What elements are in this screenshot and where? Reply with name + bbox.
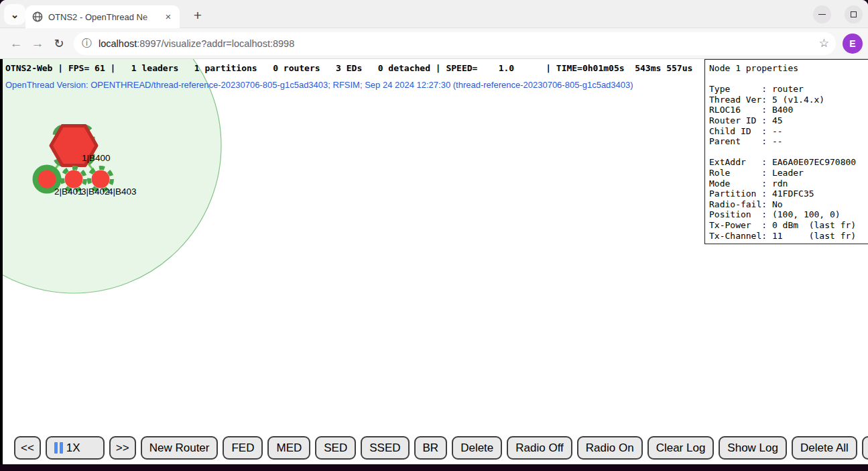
url-path: :8997/visualize?addr=localhost:8998 xyxy=(137,38,294,49)
node-2-body xyxy=(38,170,56,189)
globe-favicon-icon xyxy=(32,11,43,22)
delete-button[interactable]: Delete xyxy=(452,436,502,460)
address-bar[interactable]: ⓘ localhost:8997/visualize?addr=localhos… xyxy=(74,32,836,55)
openthread-version-text: OpenThread Version: OPENTHREAD/thread-re… xyxy=(5,80,633,90)
radio-off-button[interactable]: Radio Off xyxy=(507,436,572,460)
tab-search-button[interactable]: ⌄ xyxy=(4,4,25,25)
med-button[interactable]: MED xyxy=(267,436,310,460)
tab-close-icon[interactable]: × xyxy=(162,11,174,23)
clear-log-button[interactable]: Clear Log xyxy=(647,436,715,460)
fed-button[interactable]: FED xyxy=(223,436,263,460)
new-tab-button[interactable]: + xyxy=(188,5,208,25)
show-log-button[interactable]: Show Log xyxy=(719,436,787,460)
delete-all-button[interactable]: Delete All xyxy=(792,436,857,460)
browser-tab[interactable]: OTNS2 - OpenThread Ne × xyxy=(25,5,180,28)
window-controls xyxy=(813,5,863,23)
url-text: localhost:8997/visualize?addr=localhost:… xyxy=(99,38,294,49)
node-3-label: 3|B402 xyxy=(81,187,110,197)
minimize-button[interactable] xyxy=(813,5,831,23)
speed-down-button[interactable]: << xyxy=(14,436,41,460)
site-info-icon[interactable]: ⓘ xyxy=(82,37,92,50)
back-button[interactable]: ← xyxy=(5,33,27,54)
browser-window: ⌄ OTNS2 - OpenThread Ne × + ← → ↻ ⓘ loca… xyxy=(0,0,868,464)
status-bar: OTNS2-Web | FPS= 61 | 1 leaders 1 partit… xyxy=(5,63,692,73)
sed-button[interactable]: SED xyxy=(315,436,356,460)
maximize-icon xyxy=(851,11,857,17)
ssed-button[interactable]: SSED xyxy=(361,436,409,460)
node-2-label: 2|B401 xyxy=(54,187,83,197)
simulator-canvas: 1|B400 2|B401 3|B402 4|B403 OTNS2-Web | … xyxy=(0,59,868,464)
reload-button[interactable]: ↻ xyxy=(48,33,70,54)
new-router-button[interactable]: New Router xyxy=(141,436,219,460)
node-4-body xyxy=(92,170,110,189)
node-4-label: 4|B403 xyxy=(108,187,137,197)
forward-button[interactable]: → xyxy=(27,33,48,54)
bookmark-star-icon[interactable]: ☆ xyxy=(819,36,829,50)
tab-title: OTNS2 - OpenThread Ne xyxy=(48,12,154,22)
pause-icon xyxy=(54,442,63,454)
action-bar: << 1X >> New Router FED MED SED SSED BR … xyxy=(14,436,868,460)
tab-strip: ⌄ OTNS2 - OpenThread Ne × + xyxy=(0,0,868,28)
node-1-label: 1|B400 xyxy=(82,153,111,163)
node-properties-panel: Node 1 properties Type : router Thread V… xyxy=(704,59,868,244)
tab-title-fade xyxy=(143,11,161,24)
url-host: localhost xyxy=(99,38,137,49)
br-button[interactable]: BR xyxy=(414,436,448,460)
radio-on-button[interactable]: Radio On xyxy=(577,436,643,460)
profile-avatar[interactable]: E xyxy=(843,34,863,54)
node-3-body xyxy=(65,170,83,189)
energy-stats-button[interactable]: Energy-stats ↗ xyxy=(862,436,868,460)
browser-toolbar: ← → ↻ ⓘ localhost:8997/visualize?addr=lo… xyxy=(0,28,868,59)
speed-label: 1X xyxy=(66,441,80,455)
minimize-icon xyxy=(818,14,826,15)
pause-speed-button[interactable]: 1X xyxy=(46,436,105,460)
speed-up-button[interactable]: >> xyxy=(109,436,136,460)
maximize-button[interactable] xyxy=(845,5,863,23)
